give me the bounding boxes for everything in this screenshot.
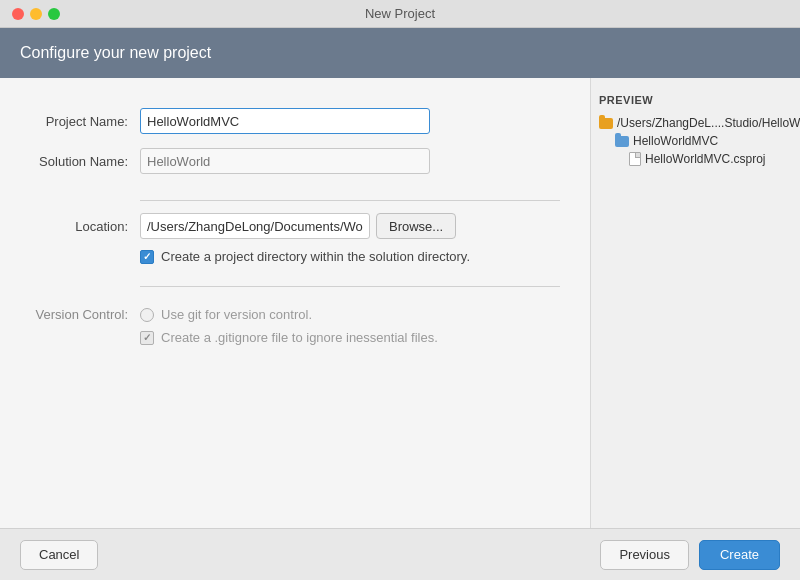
location-group: Location: Browse... [30, 213, 560, 239]
tree-item-root: /Users/ZhangDeL....Studio/HelloWorld [599, 116, 784, 130]
create-button[interactable]: Create [699, 540, 780, 570]
create-gitignore-row[interactable]: Create a .gitignore file to ignore iness… [140, 330, 438, 345]
solution-name-input[interactable] [140, 148, 430, 174]
tree-item-csproj: HelloWorldMVC.csproj [599, 152, 784, 166]
project-name-label: Project Name: [30, 114, 140, 129]
dialog-header: Configure your new project [0, 28, 800, 78]
window-title: New Project [365, 6, 435, 21]
location-label: Location: [30, 219, 140, 234]
preview-section: PREVIEW /Users/ZhangDeL....Studio/HelloW… [590, 78, 800, 528]
titlebar: New Project [0, 0, 800, 28]
version-control-section: Version Control: Use git for version con… [30, 307, 560, 345]
tree-root-text: /Users/ZhangDeL....Studio/HelloWorld [617, 116, 800, 130]
dialog-footer: Cancel Previous Create [0, 528, 800, 580]
use-git-row[interactable]: Use git for version control. [140, 307, 438, 322]
dialog-body: Project Name: Solution Name: Location: B… [0, 78, 800, 528]
project-name-group: Project Name: [30, 108, 560, 134]
version-control-label: Version Control: [30, 307, 140, 322]
tree-csproj-text: HelloWorldMVC.csproj [645, 152, 765, 166]
close-button[interactable] [12, 8, 24, 20]
folder-orange-icon [599, 118, 613, 129]
window-controls[interactable] [12, 8, 60, 20]
preview-title: PREVIEW [599, 94, 784, 106]
create-gitignore-checkbox[interactable] [140, 331, 154, 345]
create-project-dir-row[interactable]: Create a project directory within the so… [140, 249, 560, 264]
file-icon [629, 152, 641, 166]
footer-right-buttons: Previous Create [600, 540, 780, 570]
version-options: Use git for version control. Create a .g… [140, 307, 438, 345]
solution-name-group: Solution Name: [30, 148, 560, 174]
form-section: Project Name: Solution Name: Location: B… [0, 78, 590, 528]
create-project-dir-checkbox[interactable] [140, 250, 154, 264]
solution-name-label: Solution Name: [30, 154, 140, 169]
folder-blue-icon [615, 136, 629, 147]
tree-mvc-folder-text: HelloWorldMVC [633, 134, 718, 148]
previous-button[interactable]: Previous [600, 540, 689, 570]
location-input[interactable] [140, 213, 370, 239]
create-project-dir-label: Create a project directory within the so… [161, 249, 470, 264]
project-name-input[interactable] [140, 108, 430, 134]
cancel-button[interactable]: Cancel [20, 540, 98, 570]
maximize-button[interactable] [48, 8, 60, 20]
create-gitignore-label: Create a .gitignore file to ignore iness… [161, 330, 438, 345]
dialog-title: Configure your new project [20, 44, 211, 61]
use-git-label: Use git for version control. [161, 307, 312, 322]
dialog: Configure your new project Project Name:… [0, 28, 800, 580]
minimize-button[interactable] [30, 8, 42, 20]
version-control-group: Version Control: Use git for version con… [30, 307, 560, 345]
separator-2 [140, 286, 560, 287]
tree-item-mvc-folder: HelloWorldMVC [599, 134, 784, 148]
use-git-radio[interactable] [140, 308, 154, 322]
browse-button[interactable]: Browse... [376, 213, 456, 239]
separator-1 [140, 200, 560, 201]
